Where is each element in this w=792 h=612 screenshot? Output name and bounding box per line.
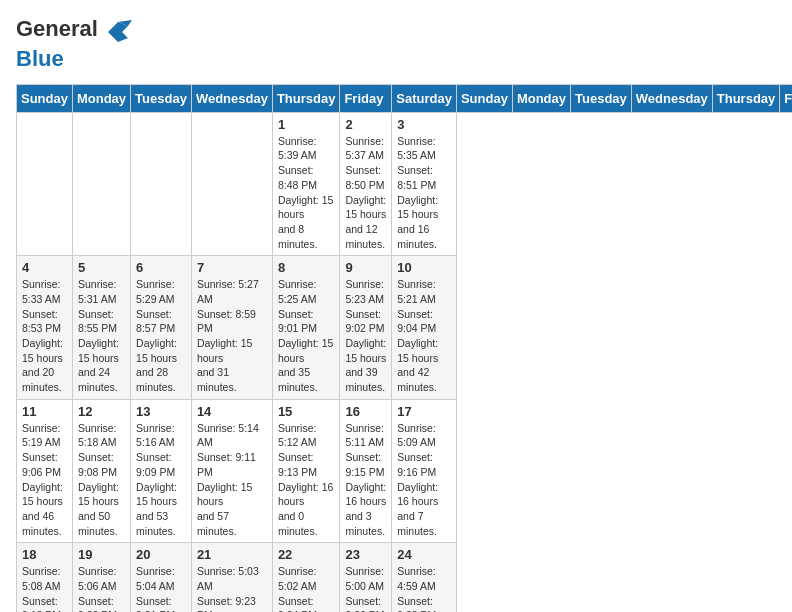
day-info: Sunrise: 5:16 AM Sunset: 9:09 PM Dayligh… xyxy=(136,421,186,539)
day-number: 16 xyxy=(345,404,386,419)
day-cell: 24Sunrise: 4:59 AM Sunset: 9:28 PM Dayli… xyxy=(392,543,457,612)
day-number: 21 xyxy=(197,547,267,562)
day-cell: 20Sunrise: 5:04 AM Sunset: 9:21 PM Dayli… xyxy=(131,543,192,612)
day-info: Sunrise: 5:21 AM Sunset: 9:04 PM Dayligh… xyxy=(397,277,451,395)
day-number: 5 xyxy=(78,260,125,275)
day-info: Sunrise: 5:35 AM Sunset: 8:51 PM Dayligh… xyxy=(397,134,451,252)
day-number: 2 xyxy=(345,117,386,132)
col-header-wednesday: Wednesday xyxy=(631,84,712,112)
day-number: 10 xyxy=(397,260,451,275)
day-info: Sunrise: 5:11 AM Sunset: 9:15 PM Dayligh… xyxy=(345,421,386,539)
day-cell: 7Sunrise: 5:27 AM Sunset: 8:59 PM Daylig… xyxy=(191,256,272,400)
day-cell: 5Sunrise: 5:31 AM Sunset: 8:55 PM Daylig… xyxy=(72,256,130,400)
day-cell xyxy=(17,112,73,256)
col-header-sunday: Sunday xyxy=(17,84,73,112)
day-cell: 21Sunrise: 5:03 AM Sunset: 9:23 PM Dayli… xyxy=(191,543,272,612)
day-info: Sunrise: 5:06 AM Sunset: 9:20 PM Dayligh… xyxy=(78,564,125,612)
week-row-3: 11Sunrise: 5:19 AM Sunset: 9:06 PM Dayli… xyxy=(17,399,793,543)
calendar-table: SundayMondayTuesdayWednesdayThursdayFrid… xyxy=(16,84,792,612)
day-cell: 12Sunrise: 5:18 AM Sunset: 9:08 PM Dayli… xyxy=(72,399,130,543)
day-number: 18 xyxy=(22,547,67,562)
day-info: Sunrise: 5:18 AM Sunset: 9:08 PM Dayligh… xyxy=(78,421,125,539)
day-cell: 13Sunrise: 5:16 AM Sunset: 9:09 PM Dayli… xyxy=(131,399,192,543)
day-info: Sunrise: 5:33 AM Sunset: 8:53 PM Dayligh… xyxy=(22,277,67,395)
logo-bird-icon xyxy=(104,18,132,46)
logo-text: General Blue xyxy=(16,16,132,72)
day-cell: 1Sunrise: 5:39 AM Sunset: 8:48 PM Daylig… xyxy=(272,112,340,256)
week-row-1: 1Sunrise: 5:39 AM Sunset: 8:48 PM Daylig… xyxy=(17,112,793,256)
col-header-monday: Monday xyxy=(72,84,130,112)
day-info: Sunrise: 5:29 AM Sunset: 8:57 PM Dayligh… xyxy=(136,277,186,395)
day-info: Sunrise: 5:39 AM Sunset: 8:48 PM Dayligh… xyxy=(278,134,335,252)
day-cell: 10Sunrise: 5:21 AM Sunset: 9:04 PM Dayli… xyxy=(392,256,457,400)
logo: General Blue xyxy=(16,16,132,72)
day-cell: 3Sunrise: 5:35 AM Sunset: 8:51 PM Daylig… xyxy=(392,112,457,256)
day-number: 14 xyxy=(197,404,267,419)
col-header-tuesday: Tuesday xyxy=(571,84,632,112)
logo-general: General xyxy=(16,16,98,41)
day-info: Sunrise: 5:27 AM Sunset: 8:59 PM Dayligh… xyxy=(197,277,267,395)
day-info: Sunrise: 5:04 AM Sunset: 9:21 PM Dayligh… xyxy=(136,564,186,612)
day-cell: 18Sunrise: 5:08 AM Sunset: 9:18 PM Dayli… xyxy=(17,543,73,612)
col-header-friday: Friday xyxy=(340,84,392,112)
col-header-friday: Friday xyxy=(780,84,792,112)
col-header-tuesday: Tuesday xyxy=(131,84,192,112)
day-info: Sunrise: 5:00 AM Sunset: 9:26 PM Dayligh… xyxy=(345,564,386,612)
day-info: Sunrise: 5:02 AM Sunset: 9:24 PM Dayligh… xyxy=(278,564,335,612)
day-cell: 15Sunrise: 5:12 AM Sunset: 9:13 PM Dayli… xyxy=(272,399,340,543)
day-number: 23 xyxy=(345,547,386,562)
day-cell: 9Sunrise: 5:23 AM Sunset: 9:02 PM Daylig… xyxy=(340,256,392,400)
day-cell: 11Sunrise: 5:19 AM Sunset: 9:06 PM Dayli… xyxy=(17,399,73,543)
day-number: 3 xyxy=(397,117,451,132)
day-number: 4 xyxy=(22,260,67,275)
day-cell: 6Sunrise: 5:29 AM Sunset: 8:57 PM Daylig… xyxy=(131,256,192,400)
day-cell: 2Sunrise: 5:37 AM Sunset: 8:50 PM Daylig… xyxy=(340,112,392,256)
svg-marker-0 xyxy=(108,22,128,42)
day-cell: 16Sunrise: 5:11 AM Sunset: 9:15 PM Dayli… xyxy=(340,399,392,543)
day-cell xyxy=(131,112,192,256)
day-cell: 8Sunrise: 5:25 AM Sunset: 9:01 PM Daylig… xyxy=(272,256,340,400)
week-row-4: 18Sunrise: 5:08 AM Sunset: 9:18 PM Dayli… xyxy=(17,543,793,612)
col-header-saturday: Saturday xyxy=(392,84,457,112)
day-cell: 22Sunrise: 5:02 AM Sunset: 9:24 PM Dayli… xyxy=(272,543,340,612)
day-info: Sunrise: 5:14 AM Sunset: 9:11 PM Dayligh… xyxy=(197,421,267,539)
day-number: 13 xyxy=(136,404,186,419)
day-number: 9 xyxy=(345,260,386,275)
day-number: 24 xyxy=(397,547,451,562)
logo-blue: Blue xyxy=(16,46,64,71)
header-row: SundayMondayTuesdayWednesdayThursdayFrid… xyxy=(17,84,793,112)
day-cell: 17Sunrise: 5:09 AM Sunset: 9:16 PM Dayli… xyxy=(392,399,457,543)
day-number: 17 xyxy=(397,404,451,419)
day-number: 15 xyxy=(278,404,335,419)
col-header-thursday: Thursday xyxy=(712,84,780,112)
day-cell: 4Sunrise: 5:33 AM Sunset: 8:53 PM Daylig… xyxy=(17,256,73,400)
day-number: 12 xyxy=(78,404,125,419)
col-header-sunday: Sunday xyxy=(456,84,512,112)
col-header-wednesday: Wednesday xyxy=(191,84,272,112)
day-number: 1 xyxy=(278,117,335,132)
day-number: 22 xyxy=(278,547,335,562)
day-info: Sunrise: 5:08 AM Sunset: 9:18 PM Dayligh… xyxy=(22,564,67,612)
day-number: 8 xyxy=(278,260,335,275)
day-number: 19 xyxy=(78,547,125,562)
day-info: Sunrise: 5:19 AM Sunset: 9:06 PM Dayligh… xyxy=(22,421,67,539)
day-info: Sunrise: 5:03 AM Sunset: 9:23 PM Dayligh… xyxy=(197,564,267,612)
day-info: Sunrise: 5:09 AM Sunset: 9:16 PM Dayligh… xyxy=(397,421,451,539)
day-number: 7 xyxy=(197,260,267,275)
day-info: Sunrise: 5:23 AM Sunset: 9:02 PM Dayligh… xyxy=(345,277,386,395)
day-info: Sunrise: 5:37 AM Sunset: 8:50 PM Dayligh… xyxy=(345,134,386,252)
day-number: 11 xyxy=(22,404,67,419)
day-info: Sunrise: 5:31 AM Sunset: 8:55 PM Dayligh… xyxy=(78,277,125,395)
page-header: General Blue xyxy=(16,16,776,72)
day-cell: 19Sunrise: 5:06 AM Sunset: 9:20 PM Dayli… xyxy=(72,543,130,612)
day-cell: 23Sunrise: 5:00 AM Sunset: 9:26 PM Dayli… xyxy=(340,543,392,612)
day-info: Sunrise: 4:59 AM Sunset: 9:28 PM Dayligh… xyxy=(397,564,451,612)
day-cell xyxy=(72,112,130,256)
day-number: 20 xyxy=(136,547,186,562)
col-header-monday: Monday xyxy=(512,84,570,112)
day-cell xyxy=(191,112,272,256)
day-number: 6 xyxy=(136,260,186,275)
col-header-thursday: Thursday xyxy=(272,84,340,112)
day-cell: 14Sunrise: 5:14 AM Sunset: 9:11 PM Dayli… xyxy=(191,399,272,543)
week-row-2: 4Sunrise: 5:33 AM Sunset: 8:53 PM Daylig… xyxy=(17,256,793,400)
